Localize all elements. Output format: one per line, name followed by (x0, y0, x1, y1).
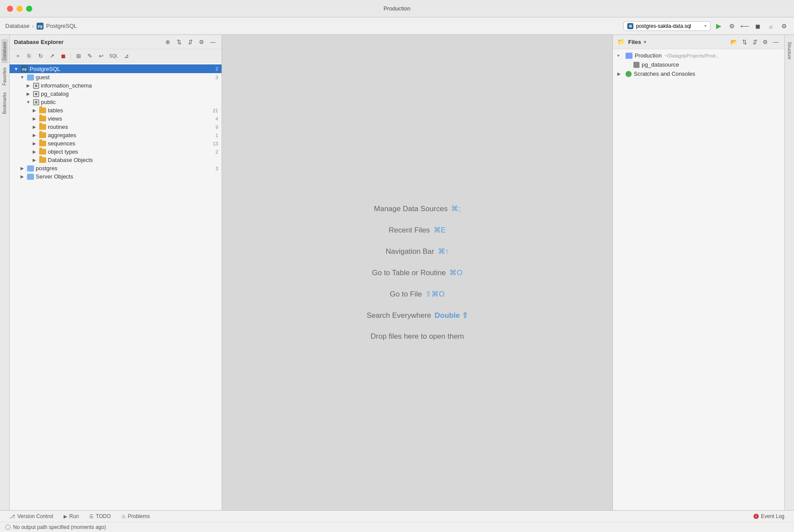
object-types-badge: 2 (215, 149, 218, 155)
run-tab[interactable]: ▶ Run (59, 512, 83, 521)
add-datasource-icon[interactable]: ⊕ (163, 37, 172, 46)
right-settings-icon[interactable]: ⚙ (761, 37, 770, 46)
maximize-button[interactable] (26, 6, 32, 12)
sidebar-tab-bookmarks[interactable]: Bookmarks (1, 90, 8, 117)
todo-tab[interactable]: ☰ TODO (85, 512, 115, 521)
sidebar-tab-structure[interactable]: Structure (786, 39, 793, 62)
problems-tab[interactable]: ⚠ Problems (117, 512, 155, 521)
sql-file-name: postgres-sakila-data.sql (636, 23, 691, 29)
database-objects-folder-icon (39, 157, 46, 163)
tree-item-postgres[interactable]: postgres 3 (10, 164, 222, 172)
production-folder-icon (626, 53, 633, 59)
sql-file-selector[interactable]: ▤ postgres-sakila-data.sql ▾ (623, 21, 710, 31)
tree-item-object-types[interactable]: object types 2 (10, 148, 222, 156)
expand-all-icon[interactable]: ⇵ (186, 37, 195, 46)
vc-icon: ⎇ (10, 514, 15, 519)
hide-panel-icon[interactable]: — (209, 37, 217, 46)
stop-icon[interactable]: ◼ (753, 21, 763, 31)
title-bar: Production (0, 0, 794, 17)
tb-stop-btn[interactable]: ◼ (58, 51, 68, 61)
db-tree: pg PostgreSQL 2 guest 3 information_sche… (10, 63, 222, 510)
tree-item-views[interactable]: views 4 (10, 114, 222, 123)
tree-item-sequences[interactable]: sequences 13 (10, 139, 222, 148)
files-tree-pg-datasource[interactable]: pg_datasource (613, 60, 784, 69)
tree-item-aggregates[interactable]: aggregates 1 (10, 131, 222, 139)
object-types-folder-icon (39, 149, 46, 155)
views-arrow (31, 116, 37, 122)
views-badge: 4 (215, 116, 218, 121)
tb-filter-btn[interactable]: ⊿ (121, 51, 131, 61)
pg-catalog-label: pg_catalog (41, 91, 218, 97)
right-hide-icon[interactable]: — (771, 37, 780, 46)
db-toolbar2: + ⎘ ↻ ↗ ◼ ⊞ ✎ ↩ SQL ⊿ (10, 49, 222, 63)
tree-item-postgresql[interactable]: pg PostgreSQL 2 (10, 64, 222, 73)
right-panel-header: 📁 Files ▾ 📂 ⇅ ⇵ ⚙ — (613, 35, 784, 49)
manage-ds-text: Manage Data Sources (374, 205, 447, 213)
search-everywhere-action[interactable]: Search Everywhere Double ⇧ (367, 311, 468, 320)
drop-files-text: Drop files here to open them (370, 332, 464, 341)
views-folder-icon (39, 116, 46, 121)
tb-sql-btn[interactable]: SQL (108, 51, 120, 61)
object-types-label: object types (48, 148, 213, 155)
postgres-folder-icon (27, 165, 34, 172)
tb-refresh-btn[interactable]: ↻ (36, 51, 45, 61)
goto-table-action[interactable]: Go to Table or Routine ⌘O (372, 268, 462, 277)
minimize-button[interactable] (17, 6, 23, 12)
files-tree-production[interactable]: ▾ Production ~/DatagripProjects/Prod... (613, 51, 784, 60)
tree-item-tables[interactable]: tables 21 (10, 106, 222, 114)
tree-item-pg-catalog[interactable]: pg_catalog (10, 90, 222, 98)
settings-icon[interactable]: ⚙ (779, 21, 789, 31)
version-control-tab[interactable]: ⎇ Version Control (5, 512, 57, 521)
tree-item-database-objects[interactable]: Database Objects (10, 156, 222, 164)
sidebar-tab-database[interactable]: Database (1, 39, 8, 63)
tb-jump2-btn[interactable]: ↩ (96, 51, 106, 61)
information-schema-icon (33, 83, 39, 89)
tb-copy-btn[interactable]: ⎘ (24, 51, 34, 61)
close-button[interactable] (7, 6, 13, 12)
pg-datasource-label: pg_datasource (642, 61, 679, 68)
status-message-row: No output path specified (moments ago) (0, 522, 794, 532)
status-message: No output path specified (moments ago) (13, 524, 106, 530)
sidebar-tab-favorites[interactable]: Favorites (1, 65, 8, 88)
navigation-bar-action[interactable]: Navigation Bar ⌘↑ (386, 247, 449, 256)
center-area: Manage Data Sources ⌘; Recent Files ⌘E N… (222, 35, 612, 510)
right-expand-icon[interactable]: ⇵ (750, 37, 759, 46)
files-tree-scratches[interactable]: ▶ Scratches and Consoles (613, 69, 784, 78)
tree-item-routines[interactable]: routines 9 (10, 123, 222, 131)
guest-label: guest (36, 74, 213, 81)
search-everywhere-text: Search Everywhere (367, 311, 431, 320)
db-explorer-title: Database Explorer (14, 39, 161, 45)
tree-item-server-objects[interactable]: Server Objects (10, 172, 222, 181)
goto-table-text: Go to Table or Routine (372, 269, 446, 277)
postgres-label: postgres (36, 165, 213, 172)
search-everywhere-shortcut: Double ⇧ (435, 311, 468, 320)
settings-header-icon[interactable]: ⚙ (197, 37, 206, 46)
breadcrumb-postgresql[interactable]: PostgreSQL (46, 23, 77, 29)
build-icon[interactable]: ⚙ (727, 21, 737, 31)
breadcrumb-database[interactable]: Database (5, 23, 30, 29)
right-panel-header-icons: 📂 ⇅ ⇵ ⚙ — (730, 37, 780, 46)
run-button[interactable]: ▶ (714, 21, 723, 31)
scratches-arrow: ▶ (617, 71, 623, 76)
event-log-tab[interactable]: i Event Log (749, 512, 789, 521)
tree-item-information-schema[interactable]: information_schema (10, 81, 222, 90)
right-collapse-icon[interactable]: ⇅ (740, 37, 749, 46)
database-objects-label: Database Objects (48, 157, 218, 163)
search-icon[interactable]: ⌕ (766, 21, 776, 31)
goto-file-action[interactable]: Go to File ⇧⌘O (390, 290, 445, 299)
tree-item-guest[interactable]: guest 3 (10, 73, 222, 81)
open-file-icon[interactable]: 📂 (730, 37, 738, 46)
postgresql-badge: 2 (215, 66, 218, 71)
tb-edit-btn[interactable]: ✎ (85, 51, 94, 61)
files-dropdown[interactable]: Files ▾ (628, 39, 646, 45)
collapse-all-icon[interactable]: ⇅ (175, 37, 183, 46)
tb-table-btn[interactable]: ⊞ (74, 51, 83, 61)
tb-add-btn[interactable]: + (13, 51, 23, 61)
tree-item-public[interactable]: public (10, 98, 222, 106)
rollback-icon[interactable]: ⟵ (740, 21, 750, 31)
tb-jump-btn[interactable]: ↗ (47, 51, 57, 61)
recent-files-action[interactable]: Recent Files ⌘E (389, 226, 446, 235)
breadcrumb-separator: › (32, 23, 34, 29)
object-types-arrow (31, 149, 37, 155)
manage-data-sources-action[interactable]: Manage Data Sources ⌘; (374, 204, 461, 213)
